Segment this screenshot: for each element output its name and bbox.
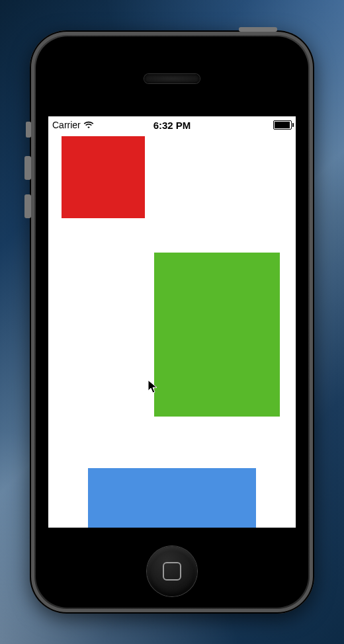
macos-desktop: Carrier 6:32 PM: [0, 0, 344, 644]
battery-icon: [273, 120, 292, 130]
wifi-icon: [83, 121, 94, 129]
app-root-view[interactable]: [48, 134, 296, 528]
red-rectangle-view[interactable]: [62, 136, 145, 218]
mute-switch: [26, 122, 31, 138]
earpiece-speaker: [144, 74, 200, 83]
volume-up-button: [24, 156, 31, 180]
power-button: [239, 27, 277, 32]
iphone-device-frame: Carrier 6:32 PM: [30, 30, 314, 614]
volume-down-button: [24, 194, 31, 218]
carrier-label: Carrier: [52, 120, 81, 130]
ios-status-bar: Carrier 6:32 PM: [48, 116, 296, 134]
green-rectangle-view[interactable]: [154, 253, 280, 417]
blue-rectangle-view[interactable]: [88, 468, 256, 528]
clock-label: 6:32 PM: [153, 120, 191, 131]
home-button[interactable]: [147, 546, 197, 596]
device-screen[interactable]: Carrier 6:32 PM: [48, 116, 296, 528]
